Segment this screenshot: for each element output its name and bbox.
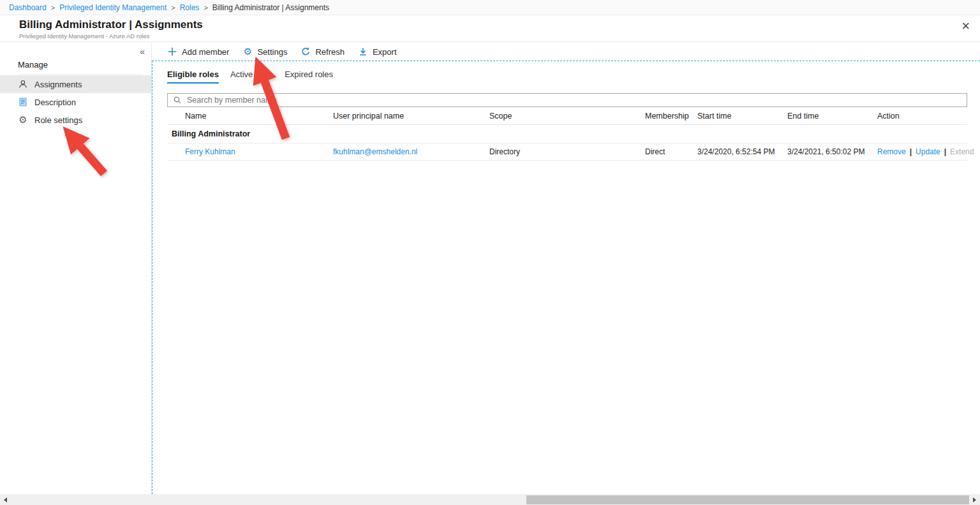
scrollbar-thumb[interactable]: [526, 495, 969, 504]
toolbar-item-label: Refresh: [315, 47, 345, 57]
document-icon: [18, 97, 28, 107]
toolbar-item-label: Add member: [182, 47, 229, 57]
tab-expired-roles[interactable]: Expired roles: [285, 70, 333, 84]
sidebar: « Manage Assignments Description ⚙ Role …: [0, 43, 152, 494]
page-title: Billing Administrator | Assignments: [19, 18, 980, 31]
page-subtitle: Privileged Identity Management - Azure A…: [19, 33, 980, 40]
breadcrumb: Dashboard > Privileged Identity Manageme…: [0, 0, 980, 15]
end-time-cell: 3/24/2021, 6:50:02 PM: [787, 147, 877, 156]
search-box: [167, 93, 967, 107]
column-header-start-time: Start time: [697, 112, 787, 121]
sidebar-item-label: Role settings: [34, 115, 82, 125]
refresh-icon: [301, 47, 311, 57]
main-panel: Eligible roles Active roles Expired role…: [152, 61, 980, 161]
tab-bar: Eligible roles Active roles Expired role…: [167, 70, 967, 84]
sidebar-item-role-settings[interactable]: ⚙ Role settings: [0, 111, 151, 129]
page-header: Billing Administrator | Assignments Priv…: [0, 15, 980, 42]
refresh-button[interactable]: Refresh: [301, 47, 345, 57]
scroll-right-button[interactable]: [969, 494, 980, 505]
focus-outline-left: [152, 61, 152, 494]
sidebar-item-assignments[interactable]: Assignments: [0, 75, 151, 93]
focus-outline-top: [152, 61, 980, 61]
collapse-sidebar-icon[interactable]: «: [140, 47, 145, 57]
sidebar-item-label: Assignments: [34, 80, 82, 89]
table-group-row: Billing Administrator: [167, 125, 967, 143]
close-icon[interactable]: ×: [961, 17, 970, 36]
toolbar: Add member ⚙ Settings Refresh Export: [152, 43, 980, 61]
gear-glyph: ⚙: [244, 47, 252, 57]
gear-glyph: ⚙: [19, 115, 27, 125]
scope-cell: Directory: [489, 147, 645, 156]
scroll-left-button[interactable]: [0, 494, 11, 505]
column-header-action: Action: [877, 112, 967, 121]
update-action-link[interactable]: Update: [916, 147, 940, 156]
column-header-name: Name: [167, 112, 333, 121]
extend-action-link: Extend: [950, 147, 974, 156]
settings-toolbar-button[interactable]: ⚙ Settings: [242, 47, 287, 57]
tab-eligible-roles[interactable]: Eligible roles: [167, 70, 219, 84]
breadcrumb-link-pim[interactable]: Privileged Identity Management: [59, 3, 167, 12]
sidebar-item-label: Description: [34, 98, 76, 107]
search-icon: [173, 96, 182, 105]
gear-icon: ⚙: [242, 47, 253, 57]
start-time-cell: 3/24/2020, 6:52:54 PM: [697, 147, 787, 156]
breadcrumb-link-roles[interactable]: Roles: [180, 3, 200, 12]
member-upn-link[interactable]: fkuhlman@emshelden.nl: [333, 147, 417, 156]
download-icon: [358, 47, 368, 57]
horizontal-scrollbar[interactable]: [0, 494, 980, 505]
column-header-scope: Scope: [489, 112, 645, 121]
plus-icon: [167, 47, 177, 57]
breadcrumb-current: Billing Administrator | Assignments: [212, 3, 329, 12]
export-button[interactable]: Export: [358, 47, 397, 57]
triangle-right-icon: [973, 497, 976, 502]
triangle-left-icon: [4, 497, 7, 502]
member-name-link[interactable]: Ferry Kuhlman: [185, 147, 235, 156]
gear-icon: ⚙: [18, 115, 28, 125]
column-header-upn: User principal name: [333, 112, 489, 121]
action-cell: Remove|Update|Extend: [877, 147, 974, 156]
action-separator: |: [910, 147, 912, 156]
sidebar-section-manage: Manage: [18, 60, 142, 75]
column-header-end-time: End time: [787, 112, 877, 121]
toolbar-item-label: Settings: [257, 47, 287, 57]
breadcrumb-separator: >: [171, 4, 175, 11]
sidebar-item-description[interactable]: Description: [0, 93, 151, 111]
membership-cell: Direct: [645, 147, 697, 156]
table-header: Name User principal name Scope Membershi…: [167, 107, 967, 125]
breadcrumb-separator: >: [204, 4, 207, 11]
table-row: Ferry Kuhlman fkuhlman@emshelden.nl Dire…: [167, 143, 967, 161]
column-header-membership: Membership: [645, 112, 697, 121]
breadcrumb-link-dashboard[interactable]: Dashboard: [9, 3, 47, 12]
breadcrumb-separator: >: [51, 4, 55, 11]
tab-active-roles[interactable]: Active roles: [230, 70, 273, 84]
search-input[interactable]: [187, 96, 961, 105]
remove-action-link[interactable]: Remove: [877, 147, 906, 156]
person-icon: [18, 79, 28, 89]
action-separator: |: [944, 147, 946, 156]
toolbar-item-label: Export: [373, 47, 397, 57]
add-member-button[interactable]: Add member: [167, 47, 229, 57]
